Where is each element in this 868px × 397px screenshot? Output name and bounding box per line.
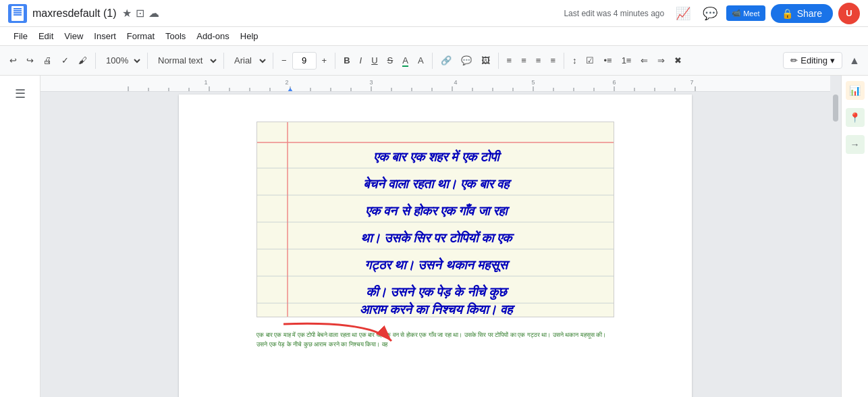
align-right-button[interactable]: ≡	[532, 51, 545, 70]
pencil-icon: ✏	[790, 55, 798, 65]
indent-less-button[interactable]: ⇐	[636, 51, 652, 70]
sep8	[564, 53, 564, 69]
right-panel: 📊 📍 →	[841, 76, 868, 397]
font-size-increase[interactable]: +	[318, 51, 331, 70]
cloud-icon[interactable]: ☁	[148, 7, 159, 20]
svg-rect-0	[40, 76, 830, 92]
toolbar: ↩ ↪ 🖨 ✓ 🖌 100% 75% 125% Normal text Head…	[0, 46, 868, 76]
svg-text:4: 4	[454, 79, 457, 86]
numbered-list-button[interactable]: 1≡	[618, 51, 636, 70]
title-bar: maxresdefault (1) ★ ⊡ ☁ Last edit was 4 …	[0, 0, 868, 27]
svg-text:3: 3	[369, 79, 373, 86]
svg-text:एक  वन  से  होकर  एक  गाँव  जा: एक वन से होकर एक गाँव जा रहा	[365, 203, 510, 218]
avatar[interactable]: U	[838, 3, 860, 24]
indent-more-button[interactable]: ⇒	[653, 51, 669, 70]
font-size-decrease[interactable]: −	[277, 51, 291, 70]
share-button[interactable]: 🔒 Share	[771, 4, 833, 23]
outline-icon[interactable]: ☰	[15, 86, 26, 101]
star-icon[interactable]: ★	[122, 7, 132, 20]
svg-text:6: 6	[612, 79, 616, 86]
scroll-thumb[interactable]	[833, 95, 838, 122]
right-panel-icon-2[interactable]: 📍	[846, 108, 865, 127]
editing-mode-button[interactable]: ✏ Editing ▾	[783, 52, 842, 69]
highlight-button[interactable]: A	[414, 51, 428, 70]
line-spacing-button[interactable]: ↕	[568, 51, 581, 70]
bold-button[interactable]: B	[340, 51, 354, 70]
undo-button[interactable]: ↩	[5, 51, 21, 70]
zoom-select[interactable]: 100% 75% 125%	[100, 51, 143, 70]
menu-help[interactable]: Help	[235, 28, 264, 44]
svg-text:2: 2	[285, 79, 288, 86]
folder-icon[interactable]: ⊡	[136, 7, 144, 20]
menu-view[interactable]: View	[59, 28, 88, 44]
sep6	[432, 53, 433, 69]
align-center-button[interactable]: ≡	[517, 51, 531, 70]
sep5	[335, 53, 335, 69]
align-left-button[interactable]: ≡	[503, 51, 516, 70]
menu-insert[interactable]: Insert	[88, 28, 121, 44]
last-edit-text: Last edit was 4 minutes ago	[564, 9, 664, 18]
svg-text:आराम  करने  का  निश्चय  किया। : आराम करने का निश्चय किया। वह	[360, 301, 516, 317]
menu-edit[interactable]: Edit	[33, 28, 59, 44]
svg-text:की।  उसने  एक  पेड़  के  नीचे : की। उसने एक पेड़ के नीचे कुछ	[366, 284, 510, 300]
svg-text:5: 5	[531, 79, 535, 86]
font-select[interactable]: Arial Times New Roman	[228, 51, 269, 70]
docs-logo	[8, 4, 27, 23]
editing-label: Editing	[801, 55, 828, 65]
handwriting-image: एक बार एक शहर में एक टोपी बेचने वाला रहत…	[256, 122, 614, 317]
meet-button[interactable]: 📹 Meet	[726, 5, 765, 21]
italic-button[interactable]: I	[356, 51, 367, 70]
svg-text:एक  बार  एक  शहर  में  एक  टोप: एक बार एक शहर में एक टोपी	[373, 149, 502, 164]
font-size-input[interactable]	[292, 52, 317, 70]
right-panel-icon-1[interactable]: 📊	[846, 81, 865, 100]
redo-button[interactable]: ↪	[22, 51, 38, 70]
toolbar-collapse-button[interactable]: ▲	[846, 53, 863, 69]
align-justify-button[interactable]: ≡	[546, 51, 560, 70]
underline-button[interactable]: U	[367, 51, 381, 70]
svg-text:गट्ठर  था।  उसने  थकान  महसूस: गट्ठर था। उसने थकान महसूस	[364, 257, 510, 273]
menu-tools[interactable]: Tools	[160, 28, 191, 44]
title-toolbar-right: 📈 💬 📹 Meet 🔒 Share U	[672, 3, 860, 24]
svg-text:था।  उसके  सिर  पर  टोपियों  क: था। उसके सिर पर टोपियों का एक	[360, 230, 516, 245]
sep3	[223, 53, 224, 69]
svg-text:1: 1	[204, 79, 207, 86]
sep1	[95, 53, 96, 69]
red-arrow	[263, 317, 412, 358]
chart-icon-btn[interactable]: 📈	[672, 3, 694, 24]
menu-file[interactable]: File	[8, 28, 33, 44]
spellcheck-button[interactable]: ✓	[57, 51, 73, 70]
comment-inline-button[interactable]: 💬	[457, 51, 476, 70]
print-button[interactable]: 🖨	[39, 51, 56, 70]
paint-format-button[interactable]: 🖌	[74, 51, 91, 70]
share-icon: 🔒	[782, 8, 793, 19]
chevron-down-icon: ▾	[830, 55, 835, 65]
document-page: एक बार एक शहर में एक टोपी बेचने वाला रहत…	[179, 95, 692, 397]
sep2	[147, 53, 148, 69]
sep7	[498, 53, 499, 69]
clear-format-button[interactable]: ✖	[670, 51, 686, 70]
svg-text:बेचने  वाला  रहता  था।  एक  बा: बेचने वाला रहता था। एक बार वह	[363, 176, 512, 191]
ruler: 1 2 3 4 5 6 7	[40, 76, 830, 92]
comments-icon-btn[interactable]: 💬	[699, 3, 721, 24]
menu-addons[interactable]: Add-ons	[191, 28, 234, 44]
sep4	[273, 53, 273, 69]
font-color-icon: A	[402, 55, 408, 65]
scrollbar[interactable]	[830, 76, 841, 397]
video-icon: 📹	[732, 9, 741, 18]
svg-text:7: 7	[690, 79, 693, 86]
checklist-button[interactable]: ☑	[582, 51, 598, 70]
font-color-button[interactable]: A	[398, 51, 412, 70]
page-container[interactable]: एक बार एक शहर में एक टोपी बेचने वाला रहत…	[40, 76, 830, 397]
doc-area: ☰	[0, 76, 868, 397]
right-panel-icon-3[interactable]: →	[846, 135, 865, 154]
doc-title[interactable]: maxresdefault (1)	[32, 7, 117, 20]
menu-format[interactable]: Format	[121, 28, 160, 44]
left-sidebar: ☰	[0, 76, 40, 397]
link-button[interactable]: 🔗	[437, 51, 456, 70]
bullet-list-button[interactable]: •≡	[599, 51, 616, 70]
style-select[interactable]: Normal text Heading 1 Heading 2	[152, 51, 219, 70]
image-button[interactable]: 🖼	[477, 51, 494, 70]
strikethrough-button[interactable]: S	[383, 51, 398, 70]
menu-bar: File Edit View Insert Format Tools Add-o…	[0, 27, 868, 46]
